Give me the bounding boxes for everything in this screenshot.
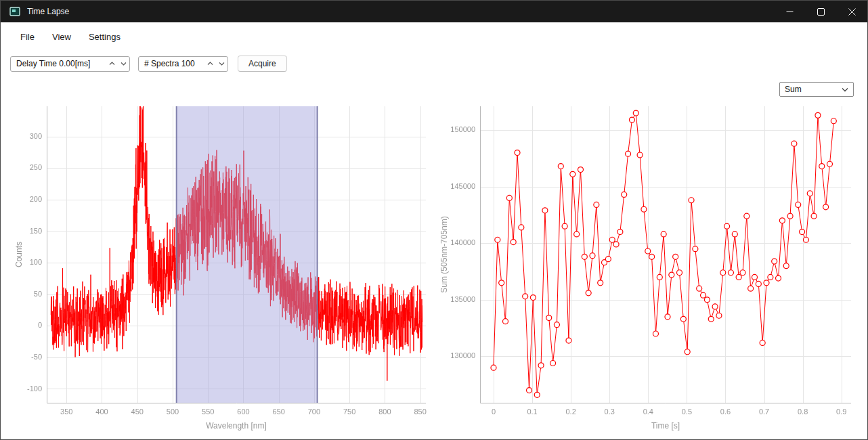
num-spectra-spinner[interactable]: # Spectra 100 bbox=[138, 56, 228, 72]
minimize-icon bbox=[786, 8, 794, 16]
minimize-button[interactable] bbox=[774, 1, 805, 22]
acquire-button[interactable]: Acquire bbox=[238, 56, 287, 72]
sum-timelapse-chart[interactable] bbox=[438, 101, 859, 434]
menubar: File View Settings bbox=[1, 22, 867, 51]
spinner-down-icon[interactable] bbox=[216, 57, 227, 71]
delay-spinner-buttons bbox=[106, 57, 129, 71]
menu-item-view[interactable]: View bbox=[43, 27, 80, 47]
chevron-down-icon bbox=[842, 87, 848, 92]
application-window: Time Lapse File View Settings bbox=[0, 0, 868, 440]
titlebar: Time Lapse bbox=[1, 1, 867, 22]
mode-dropdown-value: Sum bbox=[785, 85, 802, 94]
window-title: Time Lapse bbox=[27, 7, 69, 16]
close-icon bbox=[848, 8, 856, 16]
delay-time-spinner[interactable]: Delay Time 0.00[ms] bbox=[10, 56, 130, 72]
maximize-icon bbox=[817, 8, 825, 16]
maximize-button[interactable] bbox=[805, 1, 836, 22]
num-spectra-value: # Spectra 100 bbox=[144, 59, 195, 68]
spectra-spinner-buttons bbox=[204, 57, 227, 71]
toolbar: Delay Time 0.00[ms] # Spectra 100 bbox=[10, 56, 287, 72]
close-button[interactable] bbox=[836, 1, 867, 22]
spinner-down-icon[interactable] bbox=[118, 57, 129, 71]
menu-item-settings[interactable]: Settings bbox=[80, 27, 129, 47]
spinner-up-icon[interactable] bbox=[106, 57, 118, 71]
menu-item-file[interactable]: File bbox=[12, 27, 43, 47]
spinner-up-icon[interactable] bbox=[204, 57, 216, 71]
window-controls bbox=[774, 1, 867, 22]
spectrum-chart[interactable] bbox=[13, 101, 433, 434]
app-icon bbox=[9, 6, 20, 17]
mode-dropdown[interactable]: Sum bbox=[779, 82, 854, 97]
delay-time-value: Delay Time 0.00[ms] bbox=[16, 59, 90, 68]
